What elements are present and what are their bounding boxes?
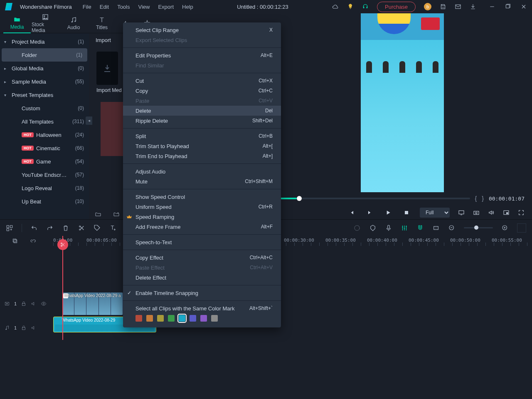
undo-icon[interactable] [30, 224, 38, 232]
cloud-icon[interactable] [332, 3, 339, 10]
ctx-menu-item[interactable]: Speed Ramping [123, 212, 281, 222]
mark-out-icon[interactable]: } [482, 195, 484, 202]
splitter-handle[interactable] [86, 116, 92, 125]
display-icon[interactable] [458, 209, 465, 216]
user-avatar[interactable]: b [424, 3, 431, 10]
tab-media[interactable]: Media [3, 13, 31, 33]
sidebar-item[interactable]: ▸Global Media(0) [0, 62, 89, 75]
color-swatch[interactable] [157, 315, 164, 322]
video-track-header[interactable]: 1 [0, 292, 53, 316]
ctx-menu-item[interactable]: DeleteDel [123, 106, 281, 116]
minimize-icon[interactable] [489, 3, 495, 10]
prev-frame-icon[interactable] [348, 209, 355, 216]
menu-tools[interactable]: Tools [117, 4, 130, 10]
ctx-menu-item[interactable]: MuteCtrl+Shift+M [123, 176, 281, 186]
sidebar-item[interactable]: Folder(1) [2, 48, 87, 62]
ctx-menu-item[interactable]: Speech-to-Text [123, 237, 281, 247]
color-swatch[interactable] [179, 315, 185, 322]
menu-file[interactable]: File [83, 4, 91, 10]
playhead[interactable] [62, 236, 63, 340]
split-icon[interactable] [78, 224, 85, 232]
volume-icon[interactable] [488, 209, 495, 216]
link-icon[interactable] [30, 238, 37, 244]
fit-timeline-icon[interactable] [517, 223, 526, 233]
text-add-icon[interactable] [109, 224, 117, 232]
folder-open-icon[interactable] [95, 211, 101, 218]
tag-icon[interactable] [94, 224, 101, 232]
lock-icon[interactable] [21, 325, 27, 331]
copy-track-icon[interactable] [12, 238, 18, 244]
zoom-in-icon[interactable] [501, 224, 509, 232]
quality-select[interactable]: Full [420, 208, 450, 218]
crop-icon[interactable] [432, 224, 440, 232]
mark-in-icon[interactable]: { [475, 195, 477, 202]
video-clip[interactable]: WhatsApp Video 2022-08-29 a [62, 292, 123, 315]
ctx-menu-item[interactable]: Select all Clips with the Same Color Mar… [123, 303, 281, 313]
ctx-menu-item[interactable]: Select Clip RangeX [123, 25, 281, 35]
sidebar-item[interactable]: ▾Preset Templates [0, 88, 89, 102]
mic-icon[interactable] [385, 224, 392, 232]
lock-icon[interactable] [21, 301, 27, 307]
menu-edit[interactable]: Edit [100, 4, 109, 10]
save-icon[interactable] [440, 3, 446, 10]
import-dropdown[interactable]: Import [96, 37, 111, 43]
ctx-menu-item[interactable]: Adjust Audio [123, 166, 281, 176]
ctx-menu-item[interactable]: CutCtrl+X [123, 76, 281, 86]
menu-export[interactable]: Export [158, 4, 174, 10]
ctx-menu-item[interactable]: Uniform SpeedCtrl+R [123, 202, 281, 212]
color-swatch[interactable] [190, 315, 196, 322]
mute-icon[interactable] [31, 325, 37, 331]
tab-stock-media[interactable]: Stock Media [32, 13, 59, 33]
lightbulb-icon[interactable] [347, 3, 354, 10]
ctx-menu-item[interactable]: Edit PropertiesAlt+E [123, 50, 281, 60]
sidebar-item[interactable]: Logo Reveal(18) [0, 181, 89, 195]
ctx-menu-item[interactable]: Trim Start to PlayheadAlt+[ [123, 141, 281, 151]
marker-icon[interactable] [369, 224, 377, 232]
zoom-out-icon[interactable] [448, 224, 456, 232]
menu-help[interactable]: Help [182, 4, 193, 10]
color-swatch[interactable] [211, 315, 218, 322]
zoom-slider[interactable] [464, 227, 493, 228]
sidebar-item[interactable]: Up Beat(10) [0, 195, 89, 208]
delete-icon[interactable] [62, 224, 69, 232]
sidebar-item[interactable]: HOTGame(54) [0, 155, 89, 168]
new-folder-icon[interactable] [113, 211, 120, 218]
mute-icon[interactable] [31, 301, 37, 307]
sidebar-item[interactable]: ▾Project Media(1) [0, 35, 89, 48]
audio-mixer-icon[interactable] [401, 224, 408, 232]
maximize-icon[interactable] [505, 3, 511, 10]
mail-icon[interactable] [455, 3, 461, 10]
ctx-menu-item[interactable]: ✓Enable Timeline Snapping [123, 288, 281, 298]
purchase-button[interactable]: Purchase [377, 2, 416, 12]
ctx-menu-item[interactable]: Trim End to PlayheadAlt+] [123, 151, 281, 161]
play-icon[interactable] [385, 209, 392, 216]
color-swatch[interactable] [146, 315, 153, 322]
color-swatch[interactable] [168, 315, 175, 322]
ctx-menu-item[interactable]: Show Speed Control [123, 192, 281, 202]
add-track-icon[interactable] [6, 224, 13, 232]
import-thumbnail[interactable] [96, 52, 118, 85]
tab-titles[interactable]: Titles [88, 13, 116, 33]
eye-icon[interactable] [41, 301, 47, 307]
audio-track-header[interactable]: 1 [0, 316, 53, 340]
color-swatch[interactable] [135, 315, 142, 322]
preview-viewport[interactable] [272, 13, 532, 192]
ctx-menu-item[interactable]: CopyCtrl+C [123, 86, 281, 96]
sidebar-item[interactable]: All Templates(311) [0, 115, 89, 128]
render-icon[interactable] [353, 224, 361, 232]
close-icon[interactable] [520, 3, 527, 10]
next-frame-icon[interactable] [367, 209, 373, 216]
sidebar-item[interactable]: HOTCinematic(66) [0, 141, 89, 155]
ctx-menu-item[interactable]: Add Freeze FrameAlt+F [123, 222, 281, 232]
redo-icon[interactable] [46, 224, 54, 232]
ctx-menu-item[interactable]: Copy EffectCtrl+Alt+C [123, 253, 281, 263]
ctx-menu-item[interactable]: Ripple DeleteShift+Del [123, 116, 281, 126]
ctx-menu-item[interactable]: Delete Effect [123, 273, 281, 283]
fullscreen-icon[interactable] [518, 209, 525, 216]
stop-icon[interactable] [403, 209, 410, 216]
magnet-icon[interactable] [416, 224, 424, 232]
sidebar-item[interactable]: YouTube Endscr…(57) [0, 168, 89, 181]
ctx-menu-item[interactable]: SplitCtrl+B [123, 131, 281, 141]
tab-audio[interactable]: Audio [60, 13, 87, 33]
sidebar-item[interactable]: ▸Sample Media(55) [0, 75, 89, 88]
